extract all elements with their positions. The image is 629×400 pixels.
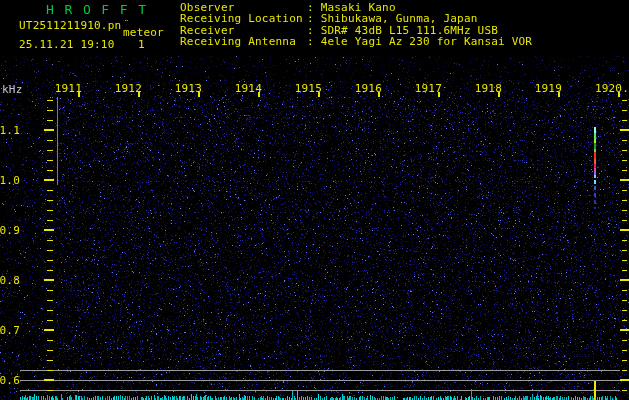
time-tick-label: 1918 [475, 82, 502, 95]
info-label: Receiving Antenna [180, 36, 307, 47]
y-axis-unit-label: kHz [2, 83, 22, 96]
app-title: H R O F F T [46, 2, 148, 17]
frequency-tick-label: 0.8 [0, 274, 20, 287]
time-tick-label: 1912 [115, 82, 142, 95]
time-tick-label: 1911 [55, 82, 82, 95]
time-tick-label: 1914 [235, 82, 262, 95]
info-separator: : [307, 35, 321, 48]
filename-label: UT2511211910.pn [19, 19, 121, 32]
time-tick-label: 1917 [415, 82, 442, 95]
image-count-label: 1 [138, 38, 145, 51]
info-label: Receiving Location [180, 13, 307, 24]
observer-info-block: Observer: Masaki KanoReceiving Location:… [180, 2, 532, 47]
frequency-tick-label: 1.1 [0, 124, 20, 137]
frequency-tick-label: 0.6 [0, 374, 20, 387]
frequency-tick-label: 1.0 [0, 174, 20, 187]
time-tick-label: 1915 [295, 82, 322, 95]
spectrogram-canvas [0, 0, 629, 400]
time-tick-label: 1920. [595, 82, 629, 95]
info-row: Receiving Antenna: 4ele Yagi Az 230 for … [180, 36, 532, 47]
frequency-tick-label: 0.7 [0, 324, 20, 337]
time-tick-label: 1913 [175, 82, 202, 95]
time-tick-label: 1919 [535, 82, 562, 95]
time-tick-label: 1916 [355, 82, 382, 95]
hrofft-screen: H R O F F T UT2511211910.pn ¨ meteor 25.… [0, 0, 629, 400]
frequency-tick-label: 0.9 [0, 224, 20, 237]
info-value: 4ele Yagi Az 230 for Kansai VOR [321, 35, 533, 48]
datetime-label: 25.11.21 19:10 [19, 38, 115, 51]
